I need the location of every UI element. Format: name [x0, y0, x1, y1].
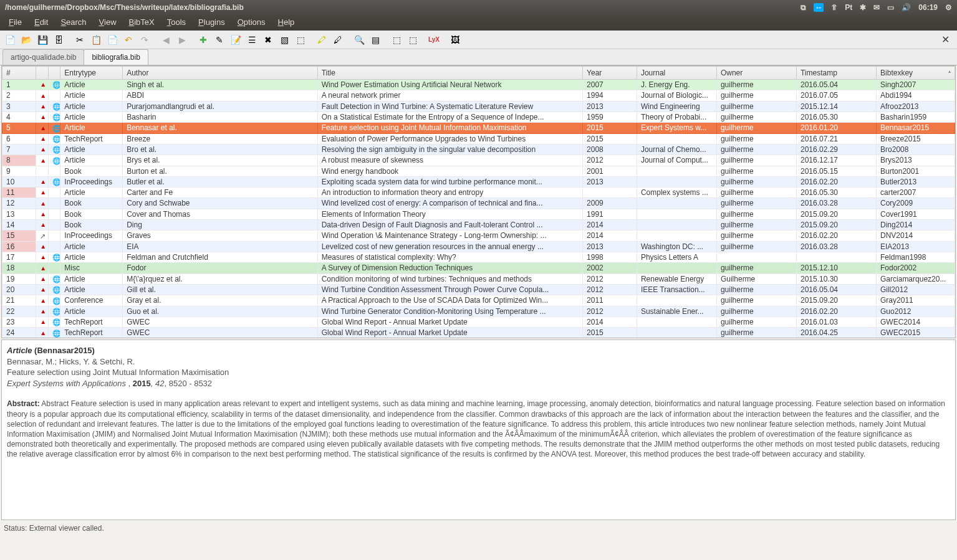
- cut-button[interactable]: ✂: [72, 32, 87, 47]
- edit-strings-button[interactable]: 📝: [228, 32, 243, 47]
- table-row[interactable]: 18▲MiscFodorA Survey of Dimension Reduct…: [2, 263, 955, 273]
- cell: [637, 219, 716, 230]
- table-row[interactable]: 8▲🌐ArticleBrys et al.A robust measure of…: [2, 155, 955, 166]
- new-entry-button[interactable]: ✚: [196, 32, 211, 47]
- menu-search[interactable]: Search: [54, 15, 92, 31]
- table-row[interactable]: 11▲ArticleCarter and FeAn introduction t…: [2, 187, 955, 197]
- column-header[interactable]: #: [2, 67, 36, 80]
- table-row[interactable]: 15↗InProceedingsGravesWind Operation \& …: [2, 230, 955, 241]
- table-row[interactable]: 19▲🌐ArticleM{\'a}rquez et al.Condition m…: [2, 273, 955, 284]
- tool3-button[interactable]: ⬚: [293, 32, 308, 47]
- table-row[interactable]: 10▲🌐InProceedingsButler et al.Exploiting…: [2, 176, 955, 187]
- edit-entry-button[interactable]: ✎: [212, 32, 227, 47]
- preview-toggle-button[interactable]: ▤: [368, 32, 383, 47]
- cell: 2016.07.05: [796, 90, 876, 101]
- column-header[interactable]: [48, 67, 60, 80]
- column-header[interactable]: Journal: [637, 67, 716, 80]
- cell: Data-driven Design of Fault Diagnosis an…: [317, 219, 582, 230]
- table-row[interactable]: 5▲🌐ArticleBennasar et al.Feature selecti…: [2, 123, 955, 133]
- column-header[interactable]: Bibtexkey: [877, 67, 955, 80]
- table-row[interactable]: 6▲🌐TechReportBreezeEvaluation of Power P…: [2, 133, 955, 144]
- column-header[interactable]: Author: [123, 67, 318, 80]
- bluetooth-icon[interactable]: ✱: [860, 3, 866, 12]
- delete-entry-button[interactable]: ☰: [244, 32, 259, 47]
- cell: Global Wind Report - Annual Market Updat…: [317, 316, 582, 327]
- mark-button[interactable]: 🖍: [314, 32, 329, 47]
- table-row[interactable]: 22▲🌐ArticleGuo et al.Wind Turbine Genera…: [2, 306, 955, 316]
- cell: Cory2009: [877, 198, 955, 209]
- column-header[interactable]: Entrytype: [60, 67, 123, 80]
- cell: Article: [60, 112, 123, 122]
- tab-1[interactable]: bibliografia.bib: [84, 49, 148, 65]
- cell: 2009: [583, 198, 637, 209]
- cell: guilherme: [716, 133, 796, 144]
- lyx-button[interactable]: LyX: [426, 32, 441, 47]
- row-number: 9: [2, 166, 36, 176]
- cell: 2013: [583, 176, 637, 187]
- forward-button[interactable]: ▶: [175, 32, 190, 47]
- clock[interactable]: 06:19: [918, 3, 938, 12]
- table-row[interactable]: 17▲🌐ArticleFeldman and CrutchfieldMeasur…: [2, 252, 955, 262]
- table-row[interactable]: 16▲ArticleEIALevelized cost of new gener…: [2, 241, 955, 252]
- paste-button[interactable]: 📄: [105, 32, 120, 47]
- search-button[interactable]: 🔍: [352, 32, 367, 47]
- settings-gear-icon[interactable]: ⚙: [945, 3, 952, 12]
- entry-table-scroll[interactable]: #EntrytypeAuthorTitleYearJournalOwnerTim…: [1, 65, 956, 338]
- toolbar-close-button[interactable]: ✕: [936, 34, 955, 45]
- back-button[interactable]: ◀: [158, 32, 173, 47]
- tool2-button[interactable]: ▧: [277, 32, 292, 47]
- menu-file[interactable]: File: [2, 15, 28, 31]
- keyboard-indicator[interactable]: Pt: [845, 3, 852, 12]
- redo-button[interactable]: ↷: [137, 32, 152, 47]
- menu-options[interactable]: Options: [231, 15, 272, 31]
- cell: TechReport: [60, 328, 123, 338]
- table-row[interactable]: 14▲BookDingData-driven Design of Fault D…: [2, 219, 955, 230]
- copy-button[interactable]: 📋: [89, 32, 103, 47]
- wifi-icon[interactable]: ⥣: [831, 3, 837, 12]
- table-row[interactable]: 23▲🌐TechReportGWECGlobal Wind Report - A…: [2, 316, 955, 327]
- push-button[interactable]: ⬚: [389, 32, 404, 47]
- table-row[interactable]: 2▲ArticleABDIA neural network primer1994…: [2, 90, 955, 101]
- column-header[interactable]: [36, 67, 49, 80]
- menu-view[interactable]: View: [93, 15, 123, 31]
- column-header[interactable]: Year: [583, 67, 637, 80]
- table-row[interactable]: 20▲🌐ArticleGill et al.Wind Turbine Condi…: [2, 284, 955, 295]
- table-row[interactable]: 21▲🌐ConferenceGray et al.A Practical App…: [2, 295, 955, 306]
- pdf-icon: ▲: [36, 209, 49, 219]
- unmark-button[interactable]: 🖊: [330, 32, 345, 47]
- column-header[interactable]: Title: [317, 67, 582, 80]
- table-row[interactable]: 3▲🌐ArticlePurarjomandlangrudi et al.Faul…: [2, 101, 955, 112]
- save-button[interactable]: 💾: [35, 32, 50, 47]
- dropbox-icon[interactable]: ⧉: [801, 3, 806, 12]
- pdf-icon: ▲: [36, 123, 49, 133]
- image-button[interactable]: 🖼: [448, 32, 463, 47]
- cell: 2016.02.29: [796, 144, 876, 154]
- battery-icon[interactable]: ▭: [887, 3, 894, 12]
- volume-icon[interactable]: 🔊: [902, 3, 911, 12]
- push2-button[interactable]: ⬚: [405, 32, 420, 47]
- undo-button[interactable]: ↶: [121, 32, 136, 47]
- menu-help[interactable]: Help: [272, 15, 301, 31]
- table-row[interactable]: 12▲BookCory and SchwabeWind levelized co…: [2, 198, 955, 209]
- table-row[interactable]: 1▲🌐ArticleSingh et al.Wind Power Estimat…: [2, 80, 955, 90]
- tool1-button[interactable]: ✖: [261, 32, 276, 47]
- menu-tools[interactable]: Tools: [161, 15, 192, 31]
- column-header[interactable]: Owner: [716, 67, 796, 80]
- column-header[interactable]: Timestamp: [796, 67, 876, 80]
- cell: Singh2007: [877, 80, 955, 90]
- save-all-button[interactable]: 🗄: [51, 32, 66, 47]
- table-row[interactable]: 13▲BookCover and ThomasElements of Infor…: [2, 209, 955, 219]
- tab-0[interactable]: artigo-qualidade.bib: [2, 49, 84, 65]
- table-row[interactable]: 7▲🌐ArticleBro et al.Resolving the sign a…: [2, 144, 955, 154]
- table-row[interactable]: 24▲🌐TechReportGWECGlobal Wind Report - A…: [2, 328, 955, 338]
- table-row[interactable]: 4▲🌐ArticleBasharinOn a Statistical Estim…: [2, 112, 955, 122]
- new-file-button[interactable]: 📄: [2, 32, 17, 47]
- open-file-button[interactable]: 📂: [19, 32, 34, 47]
- table-row[interactable]: 9BookBurton et al.Wind energy handbook20…: [2, 166, 955, 176]
- web-icon: 🌐: [48, 328, 60, 338]
- teamviewer-icon[interactable]: ↔: [814, 3, 824, 12]
- mail-icon[interactable]: ✉: [873, 3, 880, 12]
- menu-bibtex[interactable]: BibTeX: [123, 15, 161, 31]
- menu-edit[interactable]: Edit: [28, 15, 54, 31]
- menu-plugins[interactable]: Plugins: [192, 15, 231, 31]
